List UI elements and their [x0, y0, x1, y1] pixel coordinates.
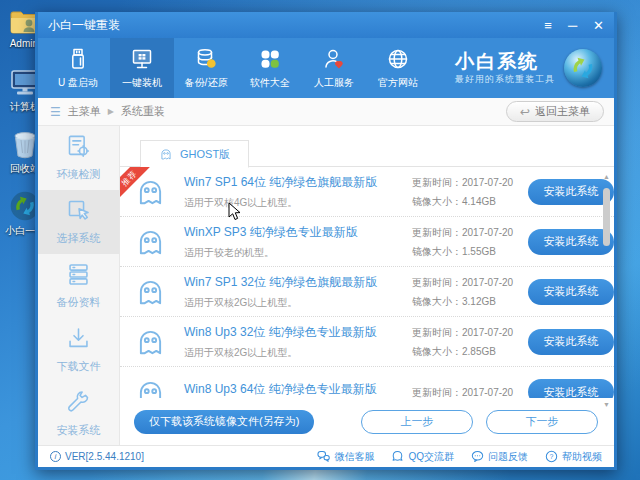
sidebar-item-download-files[interactable]: 下载文件 — [38, 317, 119, 381]
ghost-icon — [134, 275, 167, 308]
nav-item-backup-restore[interactable]: 备份/还原 — [174, 38, 238, 98]
system-desc: 适用于双核2G以上机型。 — [184, 296, 412, 310]
nav-item-usb-boot[interactable]: U 盘启动 — [46, 38, 110, 98]
scrollbar-track[interactable] — [602, 182, 611, 400]
system-info: Win8 Up3 64位 纯净绿色专业最新版 — [184, 381, 412, 398]
brand-area: 小白系统 最好用的系统重装工具 — [455, 38, 614, 98]
monitor-icon — [130, 47, 154, 71]
system-title: Win8 Up3 32位 纯净绿色专业最新版 — [184, 324, 412, 341]
help-icon: ? — [545, 450, 558, 463]
scrollbar-thumb[interactable] — [603, 188, 610, 246]
select-system-icon — [65, 197, 92, 224]
ghost-icon — [134, 325, 167, 358]
brand-logo-icon — [564, 49, 602, 87]
image-size: 2.85GB — [462, 346, 496, 357]
nav-item-one-click-install[interactable]: 一键装机 — [110, 38, 174, 98]
brand-tagline: 最好用的系统重装工具 — [455, 73, 555, 86]
nav-item-software-collection[interactable]: 软件大全 — [238, 38, 302, 98]
system-row-win8-32[interactable]: Win8 Up3 32位 纯净绿色专业最新版 适用于双核2G以上机型。 更新时间… — [120, 317, 614, 367]
ghost-icon — [134, 225, 167, 258]
scroll-up-icon[interactable]: ▲ — [603, 172, 610, 182]
ghost-icon — [159, 147, 173, 161]
list-scrollbar[interactable]: ▲ ▼ — [601, 172, 612, 410]
image-size: 1.55GB — [462, 246, 496, 257]
sidebar-item-backup-data[interactable]: 备份资料 — [38, 254, 119, 318]
app-window: 小白一键重装 ≡ ─ ✕ U 盘启动 一键装机 — [35, 12, 617, 470]
wechat-icon — [317, 450, 330, 463]
back-arrow-icon: ↩ — [520, 105, 530, 119]
breadcrumb-bar: ☰ 主菜单 ▶ 系统重装 ↩ 返回主菜单 — [38, 98, 614, 126]
system-info: Win7 SP1 32位 纯净绿色旗舰最新版 适用于双核2G以上机型。 — [184, 274, 412, 310]
nav-item-label: 备份/还原 — [185, 76, 228, 90]
window-title: 小白一键重装 — [48, 17, 120, 34]
minimize-icon[interactable]: ─ — [568, 19, 577, 32]
brand-text: 小白系统 最好用的系统重装工具 — [455, 50, 555, 87]
status-link-label: 帮助视频 — [562, 450, 602, 464]
system-row-win8-64[interactable]: Win8 Up3 64位 纯净绿色专业最新版 更新时间：2017-07-20 安… — [120, 367, 614, 398]
system-row-winxp[interactable]: WinXP SP3 纯净绿色专业最新版 适用于较老的机型。 更新时间：2017-… — [120, 217, 614, 267]
system-title: Win8 Up3 64位 纯净绿色专业最新版 — [184, 381, 412, 398]
scroll-down-icon[interactable]: ▼ — [603, 400, 610, 410]
chevron-right-icon: ▶ — [108, 107, 114, 116]
system-desc: 适用于较老的机型。 — [184, 246, 412, 260]
system-info: Win8 Up3 32位 纯净绿色专业最新版 适用于双核2G以上机型。 — [184, 324, 412, 360]
database-icon — [194, 47, 218, 71]
system-row-win7-64[interactable]: 推荐 Win7 SP1 64位 纯净绿色旗舰最新版 适用于双核4G以上机型。 更… — [120, 167, 614, 217]
tab-ghost-edition[interactable]: GHOST版 — [140, 140, 249, 168]
breadcrumb-current: 系统重装 — [121, 104, 165, 119]
breadcrumb-root[interactable]: 主菜单 — [68, 104, 101, 119]
backup-data-icon — [65, 261, 92, 288]
sidebar-item-label: 安装系统 — [57, 423, 101, 438]
nav-item-label: U 盘启动 — [58, 76, 98, 90]
update-date: 2017-07-20 — [462, 177, 513, 188]
wizard-nav-buttons: 上一步 下一步 — [361, 410, 598, 434]
download-only-button[interactable]: 仅下载该系统镜像文件(另存为) — [134, 410, 314, 434]
sidebar-item-env-check[interactable]: 环境检测 — [38, 126, 119, 190]
nav-item-official-site[interactable]: 官方网站 — [366, 38, 430, 98]
status-bar: i VER[2.5.44.1210] 微信客服 QQ交流群 — [38, 445, 614, 467]
version-info: i VER[2.5.44.1210] — [50, 451, 144, 462]
image-size: 4.14GB — [462, 196, 496, 207]
info-icon: i — [50, 451, 61, 462]
main-panel: GHOST版 推荐 Win7 SP1 64位 纯净绿色旗舰最新版 适用于双核4G… — [120, 126, 614, 445]
system-meta: 更新时间：2017-07-20 镜像大小：3.12GB — [412, 273, 516, 311]
prev-step-button[interactable]: 上一步 — [361, 410, 473, 434]
sidebar-item-select-system[interactable]: 选择系统 — [38, 190, 119, 254]
system-desc: 适用于双核4G以上机型。 — [184, 196, 412, 210]
version-text: VER[2.5.44.1210] — [65, 451, 144, 462]
sidebar-item-label: 备份资料 — [57, 295, 101, 310]
help-video-link[interactable]: ? 帮助视频 — [545, 450, 602, 464]
wrench-icon — [65, 389, 92, 416]
next-step-button[interactable]: 下一步 — [486, 410, 598, 434]
list-icon: ☰ — [50, 105, 61, 119]
system-list: 推荐 Win7 SP1 64位 纯净绿色旗舰最新版 适用于双核4G以上机型。 更… — [120, 167, 614, 398]
steps-sidebar: 环境检测 选择系统 备份资料 — [38, 126, 120, 445]
system-row-win7-32[interactable]: Win7 SP1 32位 纯净绿色旗舰最新版 适用于双核2G以上机型。 更新时间… — [120, 267, 614, 317]
status-link-label: 问题反馈 — [488, 450, 528, 464]
image-size: 3.12GB — [462, 296, 496, 307]
wechat-support-link[interactable]: 微信客服 — [317, 450, 374, 464]
back-button-label: 返回主菜单 — [535, 104, 590, 119]
top-nav: U 盘启动 一键装机 备份/还原 — [38, 38, 614, 98]
sidebar-item-label: 选择系统 — [57, 231, 101, 246]
env-check-icon — [65, 133, 92, 160]
status-links: 微信客服 QQ交流群 问题反馈 — [317, 450, 602, 464]
back-to-main-menu-button[interactable]: ↩ 返回主菜单 — [506, 101, 604, 122]
nav-item-manual-service[interactable]: 人工服务 — [302, 38, 366, 98]
content-area: 环境检测 选择系统 备份资料 — [38, 126, 614, 445]
update-date: 2017-07-20 — [462, 387, 513, 398]
nav-item-label: 一键装机 — [122, 76, 162, 90]
system-title: WinXP SP3 纯净绿色专业最新版 — [184, 224, 412, 241]
menu-icon[interactable]: ≡ — [544, 19, 552, 32]
ghost-icon — [134, 376, 167, 399]
nav-item-label: 人工服务 — [314, 76, 354, 90]
close-icon[interactable]: ✕ — [593, 19, 604, 32]
globe-icon — [386, 47, 410, 71]
apps-grid-icon — [258, 47, 282, 71]
feedback-bubble-icon — [471, 450, 484, 463]
sidebar-item-install-system[interactable]: 安装系统 — [38, 381, 119, 445]
nav-item-label: 官方网站 — [378, 76, 418, 90]
feedback-link[interactable]: 问题反馈 — [471, 450, 528, 464]
qq-group-link[interactable]: QQ交流群 — [391, 450, 454, 464]
update-date: 2017-07-20 — [462, 227, 513, 238]
